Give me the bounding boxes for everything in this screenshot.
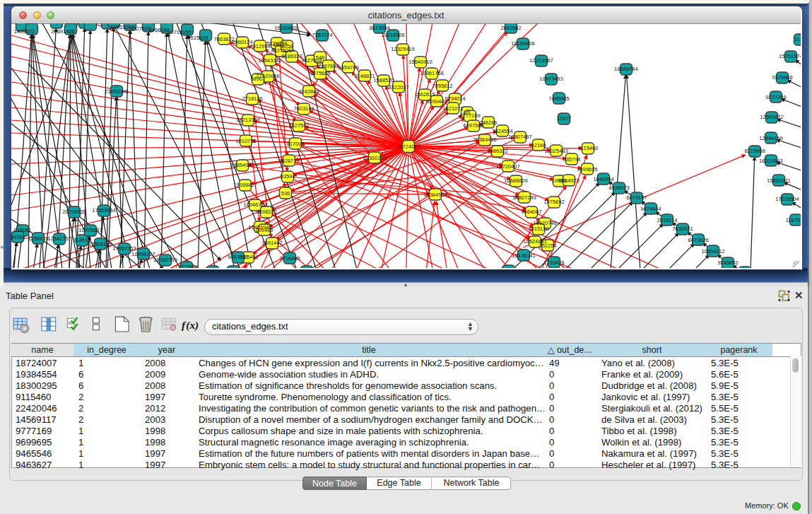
svg-text:18720407: 18720407 <box>496 163 519 170</box>
svg-text:1733426: 1733426 <box>543 259 564 266</box>
svg-text:16210643: 16210643 <box>759 158 782 164</box>
svg-text:12977: 12977 <box>557 115 572 122</box>
svg-text:19218506: 19218506 <box>381 32 404 38</box>
svg-text:3526713: 3526713 <box>278 158 299 164</box>
svg-text:8813054: 8813054 <box>369 25 389 31</box>
svg-text:39154: 39154 <box>11 234 25 240</box>
svg-text:1167534: 1167534 <box>786 217 801 223</box>
svg-text:20691406: 20691406 <box>51 28 74 35</box>
svg-text:9457791: 9457791 <box>228 254 248 260</box>
svg-text:19384554: 19384554 <box>423 192 447 198</box>
svg-text:21053346: 21053346 <box>105 88 128 95</box>
svg-text:62160: 62160 <box>531 142 546 148</box>
svg-text:3716485: 3716485 <box>279 255 300 262</box>
svg-text:7955812: 7955812 <box>432 83 452 89</box>
svg-text:7357224: 7357224 <box>312 32 332 38</box>
svg-text:12505135: 12505135 <box>88 241 112 247</box>
svg-text:1691447: 1691447 <box>261 240 282 246</box>
svg-text:10654112: 10654112 <box>702 248 725 255</box>
svg-text:19166827: 19166827 <box>233 182 257 188</box>
svg-text:9242848: 9242848 <box>298 88 319 95</box>
svg-text:1112: 1112 <box>794 36 801 42</box>
svg-text:6466160: 6466160 <box>148 27 169 33</box>
svg-text:8471626: 8471626 <box>688 237 708 243</box>
svg-text:099469: 099469 <box>255 227 273 233</box>
svg-text:18300295: 18300295 <box>363 155 386 161</box>
svg-text:16154808: 16154808 <box>511 40 534 47</box>
svg-text:252254: 252254 <box>539 243 556 249</box>
svg-text:7986322: 7986322 <box>487 148 507 154</box>
svg-text:7515526: 7515526 <box>187 35 208 41</box>
svg-text:1588520: 1588520 <box>373 77 394 83</box>
svg-text:6497568: 6497568 <box>463 122 483 129</box>
svg-text:1527602: 1527602 <box>130 25 151 32</box>
svg-text:9777169: 9777169 <box>459 112 480 119</box>
svg-text:8427552: 8427552 <box>288 122 309 129</box>
svg-text:17016504: 17016504 <box>775 196 799 202</box>
svg-text:9146821: 9146821 <box>354 73 375 79</box>
svg-text:12325419: 12325419 <box>391 46 414 52</box>
svg-text:1975692: 1975692 <box>543 199 564 205</box>
svg-text:8990448: 8990448 <box>426 98 447 105</box>
svg-text:21364436: 21364436 <box>473 136 496 143</box>
svg-text:7663822: 7663822 <box>213 36 234 42</box>
svg-text:20206535: 20206535 <box>62 209 86 215</box>
svg-text:9115460: 9115460 <box>578 145 599 151</box>
svg-text:2967608: 2967608 <box>318 63 339 69</box>
svg-text:9699695: 9699695 <box>577 166 597 173</box>
svg-text:10961758: 10961758 <box>420 70 443 76</box>
svg-text:16782759: 16782759 <box>153 257 177 263</box>
svg-text:18807249: 18807249 <box>512 194 536 201</box>
svg-text:7603144: 7603144 <box>293 105 314 112</box>
svg-text:15640910: 15640910 <box>408 59 432 65</box>
svg-text:12444159: 12444159 <box>759 135 782 141</box>
svg-text:6879197: 6879197 <box>626 194 647 201</box>
svg-text:98901: 98901 <box>251 76 266 82</box>
svg-text:7485005: 7485005 <box>548 95 569 102</box>
svg-text:7632621: 7632621 <box>672 226 693 232</box>
svg-text:9329966: 9329966 <box>772 74 792 81</box>
svg-text:12323448: 12323448 <box>175 264 198 268</box>
svg-text:9464923: 9464923 <box>558 177 579 184</box>
svg-text:9227349: 9227349 <box>765 94 786 100</box>
svg-text:915061: 915061 <box>13 227 31 233</box>
svg-text:2935114: 2935114 <box>657 217 678 223</box>
svg-text:1621072: 1621072 <box>442 105 463 112</box>
svg-text:15136141: 15136141 <box>512 252 535 259</box>
svg-text:15692971: 15692971 <box>767 177 790 184</box>
svg-text:15751074: 15751074 <box>779 53 801 59</box>
svg-text:10973493: 10973493 <box>539 76 563 82</box>
svg-text:1156829: 1156829 <box>28 235 49 242</box>
svg-text:10958107: 10958107 <box>131 251 155 257</box>
svg-text:9794024: 9794024 <box>445 95 465 102</box>
svg-text:16543342: 16543342 <box>258 57 281 64</box>
svg-text:53594: 53594 <box>281 173 295 180</box>
svg-text:9084067: 9084067 <box>521 209 541 215</box>
svg-text:2687682: 2687682 <box>500 25 521 31</box>
svg-text:10975887: 10975887 <box>78 227 102 233</box>
svg-text:6058: 6058 <box>281 43 293 49</box>
svg-text:8454749: 8454749 <box>338 64 358 71</box>
svg-text:9245652: 9245652 <box>717 259 738 266</box>
svg-text:12213967: 12213967 <box>529 57 553 64</box>
svg-text:9474444: 9474444 <box>640 206 661 212</box>
svg-text:12093872: 12093872 <box>760 114 783 120</box>
svg-text:12342757: 12342757 <box>47 235 71 242</box>
svg-text:1615132: 1615132 <box>528 226 548 232</box>
svg-text:18724007: 18724007 <box>396 144 420 150</box>
svg-text:8215958: 8215958 <box>744 148 765 154</box>
svg-text:3698222: 3698222 <box>256 209 276 215</box>
svg-text:2718126: 2718126 <box>242 95 262 102</box>
svg-text:536: 536 <box>281 190 290 197</box>
svg-text:8186323: 8186323 <box>281 53 302 59</box>
svg-text:10807487: 10807487 <box>508 134 531 140</box>
svg-text:417008: 417008 <box>286 141 304 147</box>
svg-text:1640954: 1640954 <box>593 176 613 182</box>
svg-text:3675685: 3675685 <box>310 70 330 76</box>
svg-text:1010755: 1010755 <box>235 138 256 144</box>
svg-text:f (x): f (x) <box>182 319 199 332</box>
svg-text:17359934: 17359934 <box>92 207 115 214</box>
svg-text:546: 546 <box>316 54 325 61</box>
svg-text:935794: 935794 <box>563 156 580 163</box>
svg-text:8322037: 8322037 <box>388 84 408 90</box>
